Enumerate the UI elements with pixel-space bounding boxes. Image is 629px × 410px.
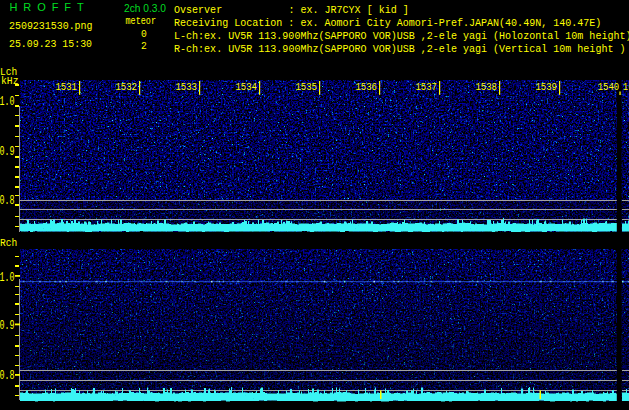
svg-text:Receiving Location : ex. Aomor: Receiving Location : ex. Aomori City Aom… <box>174 17 601 29</box>
svg-text:2509231530.png: 2509231530.png <box>9 20 93 32</box>
svg-text:0.8: 0.8 <box>0 369 15 383</box>
svg-text:1532: 1532 <box>116 81 138 93</box>
svg-text:meteor: meteor <box>126 15 157 27</box>
svg-text:2ch 0.3.0: 2ch 0.3.0 <box>124 2 166 14</box>
svg-text:Ovserver : ex. JR7CY: Ovserver : ex. JR7CYX [ kid ] <box>174 4 409 16</box>
svg-text:HROFFT: HROFFT <box>10 1 90 13</box>
svg-text:1535: 1535 <box>296 81 318 93</box>
svg-text:0.9: 0.9 <box>0 145 15 159</box>
svg-text:1.0: 1.0 <box>0 95 15 109</box>
svg-text:1534: 1534 <box>236 81 258 93</box>
svg-text:1540: 1540 <box>598 81 620 93</box>
svg-text:1537: 1537 <box>416 81 438 93</box>
svg-text:2: 2 <box>141 40 147 52</box>
svg-text:25.09.23 15:30: 25.09.23 15:30 <box>9 38 92 50</box>
svg-text:1539: 1539 <box>536 81 558 93</box>
svg-text:R-ch:ex. UV5R 113.900Mhz(SAPPO: R-ch:ex. UV5R 113.900Mhz(SAPPORO VOR)USB… <box>174 43 626 55</box>
svg-text:1.0: 1.0 <box>0 271 15 285</box>
svg-text:0.9: 0.9 <box>0 319 15 333</box>
svg-text:1538: 1538 <box>476 81 498 93</box>
svg-text:L-ch:ex. UV5R 113.900Mhz(SAPPO: L-ch:ex. UV5R 113.900Mhz(SAPPORO VOR)USB… <box>174 30 629 42</box>
svg-text:16: 16 <box>623 81 629 93</box>
svg-text:0.8: 0.8 <box>0 194 15 208</box>
svg-text:1531: 1531 <box>56 81 78 93</box>
svg-text:Rch: Rch <box>0 237 17 249</box>
svg-text:1533: 1533 <box>176 81 198 93</box>
svg-text:0: 0 <box>141 28 147 40</box>
svg-text:1536: 1536 <box>356 81 378 93</box>
